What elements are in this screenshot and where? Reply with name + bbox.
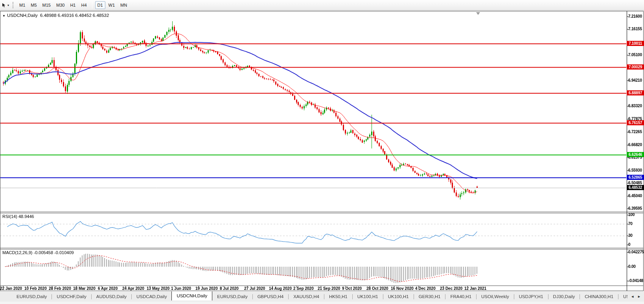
symbol-tab-bar: EURUSD,DailyUSDCHF,DailyAUDUSD,DailyUSDC… bbox=[0, 291, 644, 302]
level-price-badge: 7.10011 bbox=[627, 41, 644, 46]
rsi-label: RSI(14) 48.9446 bbox=[2, 214, 34, 219]
date-label: 24 Apr 2020 bbox=[122, 286, 144, 291]
price-tick-label: 6.94210 bbox=[628, 78, 642, 82]
date-label: 14 Aug 2020 bbox=[269, 286, 292, 291]
date-label: 27 Jul 2020 bbox=[244, 286, 265, 291]
price-tick-label: 6.83320 bbox=[628, 104, 642, 108]
symbol-tab-uk100-h1[interactable]: UK100,H1 bbox=[353, 292, 383, 301]
mt4-terminal: ▾ M1M5M15M30H1H4D1W1MN ▼USDCNH,Daily 6.4… bbox=[0, 0, 644, 304]
rsi-tick-label: 70 bbox=[628, 222, 633, 226]
price-tick-label: 7.05100 bbox=[628, 53, 642, 57]
price-tick-label: 6.45040 bbox=[628, 194, 642, 198]
rsi-tick-label: 0 bbox=[628, 242, 630, 247]
ohlc-close: 6.48532 bbox=[93, 13, 109, 18]
date-label: 13 May 2020 bbox=[147, 286, 169, 291]
symbol-tab-ger30-h1[interactable]: GER30,H1 bbox=[414, 292, 445, 301]
symbol-tab-dj30-daily[interactable]: DJ30,Daily bbox=[548, 292, 580, 301]
chart-symbol: USDCNH,Daily bbox=[7, 13, 38, 18]
date-label: 16 Nov 2020 bbox=[391, 286, 414, 291]
ohlc-low: 6.48452 bbox=[75, 13, 92, 18]
price-tick-label: 6.66820 bbox=[628, 143, 642, 147]
macd-tick-label: -0.04148 bbox=[628, 278, 643, 283]
symbol-tab-uk100-h1[interactable]: UK100,H1 bbox=[383, 292, 414, 301]
date-label: 21 Sep 2020 bbox=[318, 286, 340, 291]
rsi-tick-label: 100 bbox=[628, 212, 635, 217]
symbol-tab-eurusd-daily[interactable]: EURUSD,Daily bbox=[12, 292, 52, 301]
date-label: 19 Jun 2020 bbox=[195, 286, 218, 291]
status-strip bbox=[0, 302, 644, 304]
tab-scroll-right-icon[interactable]: ► bbox=[637, 295, 641, 299]
price-tick-label: 7.21600 bbox=[628, 14, 642, 18]
symbol-tab-usoil-weekly[interactable]: USOil,Weekly bbox=[477, 292, 514, 301]
symbol-tab-hk50-h1[interactable]: HK50,H1 bbox=[324, 292, 352, 301]
level-price-badge: 6.52865 bbox=[627, 175, 644, 180]
symbol-tab-usdchf-daily[interactable]: USDCHF,Daily bbox=[52, 292, 91, 301]
level-price-badge: 6.76157 bbox=[627, 120, 644, 125]
symbol-tab-gbpusd-h4[interactable]: GBPUSD,H4 bbox=[253, 292, 288, 301]
price-tick-label: 6.55930 bbox=[628, 168, 642, 172]
date-label: 12 Jan 2021 bbox=[464, 286, 486, 291]
date-label: 22 Jan 2020 bbox=[0, 286, 22, 291]
date-label: 28 Feb 2020 bbox=[49, 286, 71, 291]
price-tick-label: 6.72265 bbox=[628, 130, 642, 134]
symbol-tab-fra40-h1[interactable]: FRA40,H1 bbox=[445, 292, 476, 301]
date-label: 2 Sep 2020 bbox=[293, 286, 314, 291]
date-label: 10 Feb 2020 bbox=[24, 286, 47, 291]
price-tick-label: 7.16155 bbox=[628, 27, 642, 31]
ohlc-open: 6.48988 bbox=[40, 13, 57, 18]
date-label: 6 Apr 2020 bbox=[98, 286, 118, 291]
date-label: 18 Mar 2020 bbox=[73, 286, 96, 291]
symbol-tab-usdjpy-h1[interactable]: USDJPY,H1 bbox=[514, 292, 548, 301]
macd-tick-label: 0.00 bbox=[628, 264, 636, 269]
date-label: 4 Dec 2020 bbox=[415, 286, 436, 291]
tab-scroll-arrows: ◄ ► bbox=[627, 291, 644, 302]
symbol-tab-usdcad-daily[interactable]: USDCAD,Daily bbox=[132, 292, 171, 301]
price-tick-label: 6.50485 bbox=[628, 181, 642, 185]
chart-title: ▼USDCNH,Daily 6.489886.493166.484526.485… bbox=[2, 13, 110, 18]
macd-label: MACD(12,26,9) -0.005458 -0.010409 bbox=[2, 250, 74, 255]
symbol-tab-xauusd-h4[interactable]: XAUUSD,H4 bbox=[289, 292, 324, 301]
symbol-tab-eurusd-daily[interactable]: EURUSD,Daily bbox=[212, 292, 252, 301]
chart-canvas[interactable] bbox=[0, 0, 644, 304]
ohlc-high: 6.49316 bbox=[58, 13, 74, 18]
date-label: 9 Oct 2020 bbox=[342, 286, 362, 291]
macd-tick-label: 0.042275 bbox=[628, 250, 644, 254]
date-label: 28 Oct 2020 bbox=[366, 286, 388, 291]
symbol-tab-audusd-daily[interactable]: AUDUSD,Daily bbox=[92, 292, 131, 301]
level-price-badge: 6.62646 bbox=[627, 152, 644, 157]
price-tick-label: 6.39595 bbox=[628, 206, 642, 211]
level-price-badge: 6.88897 bbox=[627, 90, 644, 95]
collapse-icon[interactable]: ▼ bbox=[2, 14, 6, 18]
level-price-badge: 7.00029 bbox=[627, 64, 644, 70]
symbol-tab-china300-h1[interactable]: CHINA300,H1 bbox=[580, 292, 618, 301]
rsi-tick-label: 30 bbox=[628, 233, 633, 238]
level-price-badge: 6.48532 bbox=[627, 185, 644, 190]
date-label: 1 Jun 2020 bbox=[171, 286, 191, 291]
date-label: 8 Jul 2020 bbox=[220, 286, 239, 291]
date-label: 23 Dec 2020 bbox=[440, 286, 462, 291]
tab-scroll-left-icon[interactable]: ◄ bbox=[631, 295, 634, 299]
symbol-tab-usdcnh-daily[interactable]: USDCNH,Daily bbox=[171, 291, 212, 300]
